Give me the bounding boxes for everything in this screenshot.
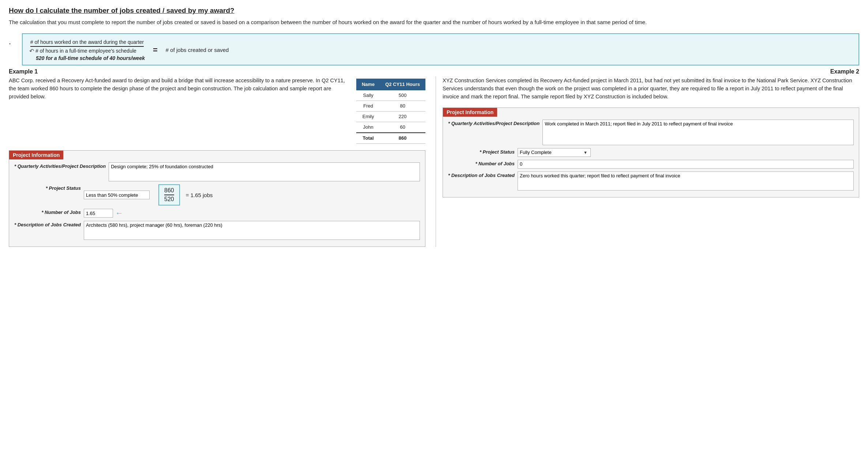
project-info-box-ex1: Project Information * Quarterly Activiti… <box>9 150 425 247</box>
example1-body-text: ABC Corp. received a Recovery Act-funded… <box>9 78 345 100</box>
formula-numerator: # of hours worked on the award during th… <box>30 39 144 47</box>
curve-arrow-icon: ↶ <box>29 48 34 54</box>
arrow-left-icon: ← <box>115 208 123 218</box>
ex1-jobs-label: * Number of Jobs <box>14 208 84 215</box>
project-info-header-ex1: Project Information <box>9 151 425 159</box>
table-cell-hours: 60 <box>380 122 425 133</box>
example2-text: XYZ Construction Services completed its … <box>443 76 859 101</box>
hours-table: Name Q2 CY11 Hours Sally500Fred80Emily22… <box>356 79 425 144</box>
project-info-fields-ex1: * Quarterly Activities/Project Descripti… <box>9 159 425 240</box>
ex1-jobs-input[interactable] <box>84 209 113 218</box>
ex2-jobs-input[interactable] <box>518 160 854 169</box>
ex1-calc-denominator: 520 <box>164 196 174 203</box>
ex1-desc-label: * Description of Jobs Created <box>14 221 84 227</box>
ex2-jobs-label: * Number of Jobs <box>448 160 518 166</box>
col-left: Name Q2 CY11 Hours Sally500Fred80Emily22… <box>9 76 433 247</box>
formula-dot: . <box>9 37 15 46</box>
ex2-status-row: * Project Status ▼ <box>448 148 854 157</box>
col-right: XYZ Construction Services completed its … <box>439 76 859 197</box>
table-row: Emily220 <box>356 111 425 122</box>
ex1-desc-row: * Description of Jobs Created Architects… <box>14 221 420 240</box>
ex2-quarterly-row: * Quarterly Activities/Project Descripti… <box>448 120 854 145</box>
table-cell-name: John <box>356 122 380 133</box>
formula-denom-line2: 520 for a full-time schedule of 40 hours… <box>36 55 145 61</box>
ex2-status-container: ▼ <box>518 148 587 157</box>
ex1-quarterly-input[interactable]: Design complete; 25% of foundation const… <box>109 162 420 181</box>
table-row: Fred80 <box>356 101 425 111</box>
formula-denominator: ↶ # of hours in a full-time employee's s… <box>29 48 145 61</box>
table-cell-name: Fred <box>356 101 380 111</box>
ex2-desc-input[interactable]: Zero hours worked this quarter; report f… <box>518 172 854 191</box>
formula-equals: = <box>153 45 158 55</box>
table-total-value: 860 <box>380 133 425 144</box>
ex1-status-row: * Project Status 860 520 = 1.65 jobs <box>14 184 420 206</box>
ex1-quarterly-row: * Quarterly Activities/Project Descripti… <box>14 162 420 181</box>
ex2-status-input[interactable] <box>518 148 591 157</box>
table-total-row: Total 860 <box>356 133 425 144</box>
ex1-calc-callout: 860 520 <box>158 184 180 206</box>
ex2-quarterly-input[interactable]: Work completed in March 2011; report fil… <box>542 120 854 145</box>
table-col-hours: Q2 CY11 Hours <box>380 79 425 90</box>
ex1-jobs-row: * Number of Jobs ← <box>14 208 420 218</box>
ex1-status-container: 860 520 = 1.65 jobs <box>84 184 213 206</box>
table-row: Sally500 <box>356 90 425 101</box>
page-title: How do I calculate the number of jobs cr… <box>9 7 859 15</box>
table-col-name: Name <box>356 79 380 90</box>
ex2-jobs-row: * Number of Jobs <box>448 160 854 169</box>
ex1-jobs-container: ← <box>84 208 123 218</box>
ex2-desc-row: * Description of Jobs Created Zero hours… <box>448 172 854 191</box>
formula-denom-text2: 520 for a full-time schedule of 40 hours… <box>36 55 145 61</box>
project-info-header-ex2: Project Information <box>443 108 859 117</box>
formula-result: # of jobs created or saved <box>166 47 229 53</box>
ex2-status-label: * Project Status <box>448 148 518 155</box>
page-container: How do I calculate the number of jobs cr… <box>9 7 859 247</box>
column-divider <box>436 76 436 247</box>
formula-section: . # of hours worked on the award during … <box>9 33 859 65</box>
table-row: John60 <box>356 122 425 133</box>
ex1-status-label: * Project Status <box>14 184 84 191</box>
ex1-calc-result: = 1.65 jobs <box>186 192 213 198</box>
ex1-status-input[interactable] <box>84 191 150 199</box>
table-total-label: Total <box>356 133 380 144</box>
project-info-box-ex2: Project Information * Quarterly Activiti… <box>443 108 859 197</box>
example2-label: Example 2 <box>815 68 859 75</box>
intro-text: The calculation that you must complete t… <box>9 18 859 27</box>
two-col-layout: Name Q2 CY11 Hours Sally500Fred80Emily22… <box>9 76 859 247</box>
formula-denom-text1: # of hours in a full-time employee's sch… <box>35 48 136 54</box>
ex1-quarterly-label: * Quarterly Activities/Project Descripti… <box>14 162 109 169</box>
ex1-desc-input[interactable]: Architects (580 hrs), project manager (6… <box>84 221 420 240</box>
table-cell-hours: 80 <box>380 101 425 111</box>
project-info-fields-ex2: * Quarterly Activities/Project Descripti… <box>443 117 859 191</box>
ex2-desc-label: * Description of Jobs Created <box>448 172 518 178</box>
ex2-quarterly-label: * Quarterly Activities/Project Descripti… <box>448 120 542 126</box>
table-cell-hours: 500 <box>380 90 425 101</box>
table-cell-hours: 220 <box>380 111 425 122</box>
table-cell-name: Sally <box>356 90 380 101</box>
formula-box: # of hours worked on the award during th… <box>22 33 859 65</box>
examples-labels-row: Example 1 Example 2 <box>9 68 859 75</box>
formula-fraction: # of hours worked on the award during th… <box>29 39 145 61</box>
ex1-calc-numerator: 860 <box>164 187 174 195</box>
example1-label: Example 1 <box>9 68 53 75</box>
example1-text: Name Q2 CY11 Hours Sally500Fred80Emily22… <box>9 76 425 144</box>
formula-denom-line1: ↶ # of hours in a full-time employee's s… <box>29 48 145 54</box>
table-cell-name: Emily <box>356 111 380 122</box>
